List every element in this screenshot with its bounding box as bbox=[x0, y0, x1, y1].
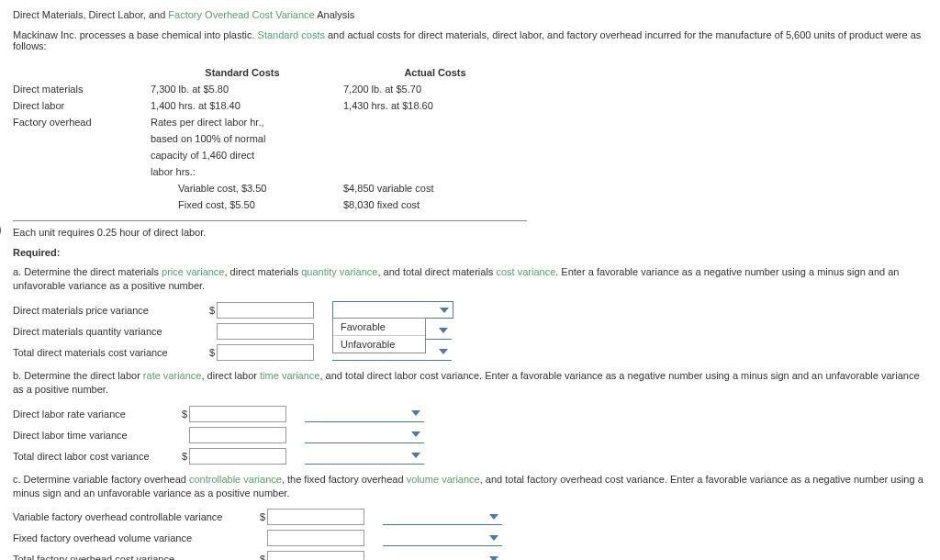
b-row3-label: Total direct labor cost variance bbox=[13, 451, 178, 462]
dollar-sign: $ bbox=[206, 347, 215, 358]
a-g3: cost variance bbox=[496, 266, 555, 277]
b-row2-label: Direct labor time variance bbox=[13, 430, 178, 441]
a-m2: , and total direct materials bbox=[377, 266, 496, 277]
c-row2-dropdown[interactable] bbox=[383, 530, 502, 546]
std-extra: capacity of 1,460 direct bbox=[151, 147, 343, 163]
detail-std: Variable cost, $3.50 bbox=[151, 180, 343, 196]
a-row1-dropdown[interactable] bbox=[332, 301, 453, 319]
a-row3-label: Total direct materials cost variance bbox=[13, 347, 206, 358]
dropdown-list: Favorable Unfavorable bbox=[332, 318, 426, 353]
b-row1-input[interactable] bbox=[189, 406, 286, 422]
table-row: Direct materials 7,300 lb. at $5.80 7,20… bbox=[13, 81, 536, 97]
c-pre: c. Determine variable factory overhead bbox=[13, 474, 189, 485]
table-row: Fixed cost, $5.50 $8,030 fixed cost bbox=[13, 196, 536, 213]
a-row2-label: Direct materials quantity variance bbox=[13, 326, 206, 337]
a-row1-input[interactable] bbox=[217, 302, 314, 319]
c-g1: controllable variance bbox=[189, 474, 282, 485]
chevron-down-icon bbox=[489, 556, 498, 560]
b-row1-label: Direct labor rate variance bbox=[13, 409, 178, 420]
dollar-sign: $ bbox=[206, 305, 215, 316]
chevron-down-icon bbox=[411, 431, 420, 437]
dollar-sign: $ bbox=[256, 554, 265, 560]
c-row3-dropdown[interactable] bbox=[383, 551, 502, 560]
row-std: Rates per direct labor hr., bbox=[151, 114, 343, 130]
b-g1: rate variance bbox=[143, 370, 202, 381]
a-row2-input[interactable] bbox=[217, 323, 314, 340]
chevron-down-icon bbox=[411, 410, 420, 416]
cost-table: Standard Costs Actual Costs Direct mater… bbox=[13, 64, 536, 213]
a-row1-label: Direct materials price variance bbox=[13, 305, 206, 316]
row-act: 7,200 lb. at $5.70 bbox=[343, 81, 536, 97]
a-row3-input[interactable] bbox=[217, 344, 314, 361]
chevron-down-icon bbox=[411, 453, 420, 458]
row-std: 7,300 lb. at $5.80 bbox=[151, 81, 343, 97]
part-c-text: c. Determine variable factory overhead c… bbox=[13, 473, 927, 501]
std-extra: based on 100% of normal bbox=[151, 130, 343, 147]
table-row: Direct labor 1,400 hrs. at $18.40 1,430 … bbox=[13, 97, 536, 114]
c-row1-label: Variable factory overhead controllable v… bbox=[13, 511, 256, 522]
intro-pre: Mackinaw Inc. processes a base chemical … bbox=[13, 29, 258, 40]
std-extra: labor hrs.: bbox=[151, 163, 343, 180]
b-g2: time variance bbox=[260, 370, 319, 381]
part-a-text: a. Determine the direct materials price … bbox=[13, 265, 927, 294]
detail-act: $4,850 variable cost bbox=[343, 180, 536, 196]
b-m1: , direct labor bbox=[201, 370, 260, 381]
title-post: Analysis bbox=[315, 9, 354, 20]
a-m1: , direct materials bbox=[225, 266, 302, 277]
row-name: Direct materials bbox=[13, 81, 151, 97]
row-name: Factory overhead bbox=[13, 114, 151, 130]
a-g1: price variance bbox=[162, 266, 224, 277]
chevron-down-icon bbox=[439, 328, 448, 333]
row-std: 1,400 hrs. at $18.40 bbox=[151, 97, 343, 114]
intro-text: Mackinaw Inc. processes a base chemical … bbox=[13, 29, 927, 51]
a-g2: quantity variance bbox=[301, 266, 377, 277]
part-b-text: b. Determine the direct labor rate varia… bbox=[13, 369, 927, 398]
table-row: Factory overhead Rates per direct labor … bbox=[13, 114, 536, 130]
row-name: Direct labor bbox=[13, 97, 151, 114]
a-pre: a. Determine the direct materials bbox=[13, 266, 162, 277]
chevron-down-icon bbox=[440, 308, 449, 313]
dollar-sign: $ bbox=[256, 511, 265, 522]
b-pre: b. Determine the direct labor bbox=[13, 370, 143, 381]
row-act bbox=[343, 114, 536, 130]
table-row: Variable cost, $3.50 $4,850 variable cos… bbox=[13, 180, 536, 196]
b-row1-dropdown[interactable] bbox=[305, 406, 424, 422]
c-row1-dropdown[interactable] bbox=[383, 509, 502, 525]
row-act: 1,430 hrs. at $18.60 bbox=[343, 97, 536, 114]
dropdown-option-unfavorable[interactable]: Unfavorable bbox=[333, 336, 425, 353]
b-row3-dropdown[interactable] bbox=[305, 448, 424, 465]
checkmark-icon bbox=[0, 220, 9, 239]
c-row1-input[interactable] bbox=[267, 509, 364, 525]
dollar-sign: $ bbox=[178, 409, 187, 420]
c-m1: , the fixed factory overhead bbox=[282, 474, 407, 485]
c-row2-input[interactable] bbox=[267, 530, 364, 546]
required-header: Required: bbox=[13, 247, 927, 258]
c-row3-label: Total factory overhead cost variance bbox=[13, 554, 256, 560]
dropdown-option-favorable[interactable]: Favorable bbox=[333, 319, 425, 336]
c-row2-label: Fixed factory overhead volume variance bbox=[13, 532, 256, 543]
b-row2-dropdown[interactable] bbox=[305, 427, 424, 443]
hdr-actual: Actual Costs bbox=[343, 64, 536, 81]
intro-green: Standard costs bbox=[258, 29, 325, 40]
b-row2-input[interactable] bbox=[189, 427, 286, 443]
title-pre: Direct Materials, Direct Labor, and bbox=[13, 9, 168, 20]
page-title: Direct Materials, Direct Labor, and Fact… bbox=[13, 9, 927, 20]
chevron-down-icon bbox=[489, 514, 498, 520]
each-unit-note: Each unit requires 0.25 hour of direct l… bbox=[13, 227, 927, 238]
c-g2: volume variance bbox=[407, 474, 480, 485]
b-row3-input[interactable] bbox=[189, 448, 286, 465]
title-green: Factory Overhead Cost Variance bbox=[168, 9, 314, 20]
hdr-standard: Standard Costs bbox=[151, 64, 343, 81]
chevron-down-icon bbox=[489, 535, 498, 541]
detail-act: $8,030 fixed cost bbox=[343, 196, 536, 213]
detail-std: Fixed cost, $5.50 bbox=[151, 196, 343, 213]
dollar-sign: $ bbox=[178, 451, 187, 462]
c-row3-input[interactable] bbox=[267, 551, 364, 560]
chevron-down-icon bbox=[439, 349, 448, 354]
